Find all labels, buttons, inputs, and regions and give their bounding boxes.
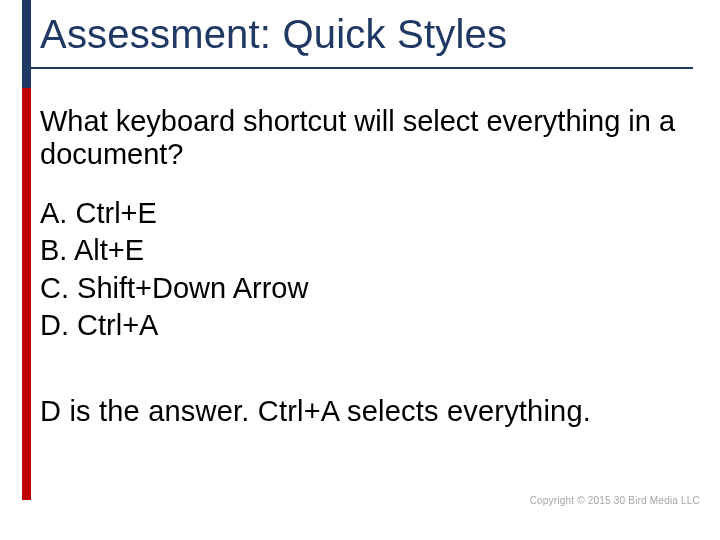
answer-text: D is the answer. Ctrl+A selects everythi… <box>40 395 700 428</box>
copyright-text: Copyright © 2015 30 Bird Media LLC <box>530 495 700 506</box>
option-text: Ctrl+E <box>75 197 156 229</box>
option-text: Ctrl+A <box>77 309 158 341</box>
option-label: A. <box>40 195 67 231</box>
option-label: C. <box>40 270 69 306</box>
option-text: Alt+E <box>74 234 144 266</box>
slide: Assessment: Quick Styles What keyboard s… <box>0 0 720 540</box>
question-text: What keyboard shortcut will select every… <box>40 105 680 172</box>
option-label: D. <box>40 307 69 343</box>
slide-title: Assessment: Quick Styles <box>40 12 507 57</box>
accent-bar-top <box>22 0 31 88</box>
option-d: D. Ctrl+A <box>40 307 308 343</box>
options-list: A. Ctrl+E B. Alt+E C. Shift+Down Arrow D… <box>40 195 308 344</box>
option-label: B. <box>40 232 67 268</box>
option-b: B. Alt+E <box>40 232 308 268</box>
option-text: Shift+Down Arrow <box>77 272 308 304</box>
option-a: A. Ctrl+E <box>40 195 308 231</box>
option-c: C. Shift+Down Arrow <box>40 270 308 306</box>
title-underline <box>31 67 693 69</box>
